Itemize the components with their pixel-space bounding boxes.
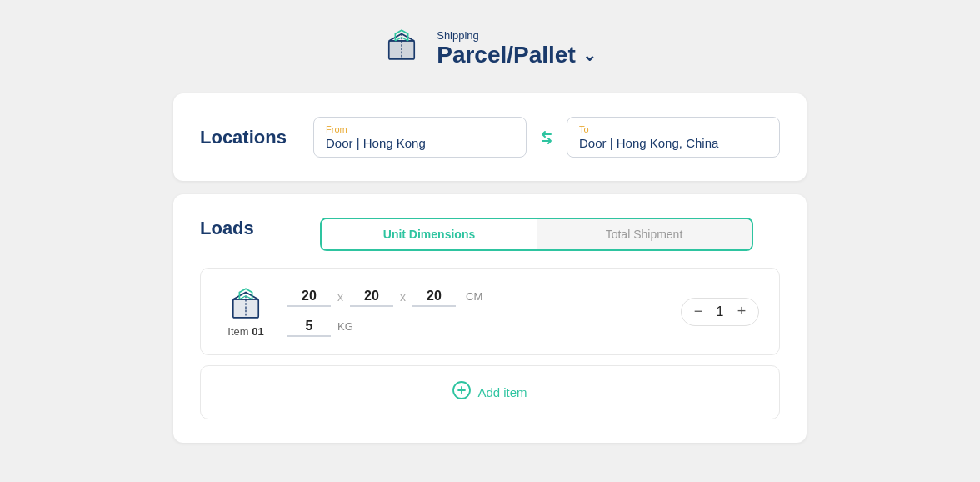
- sep-1: x: [338, 290, 343, 304]
- tab-group: Unit Dimensions Total Shipment: [320, 218, 753, 251]
- weight-input[interactable]: [288, 317, 331, 337]
- item-number: 01: [252, 325, 263, 338]
- from-input[interactable]: [326, 136, 514, 150]
- dim-unit-label: CM: [466, 290, 482, 303]
- quantity-increase-button[interactable]: +: [730, 300, 753, 324]
- from-label: From: [326, 124, 514, 134]
- locations-card: Locations From To: [173, 93, 807, 181]
- dims-row: x x CM: [288, 287, 664, 307]
- header-text: Shipping Parcel/Pallet ⌄: [437, 29, 597, 68]
- locations-title: Locations: [200, 127, 300, 148]
- from-field[interactable]: From: [313, 117, 527, 158]
- add-item-icon: [452, 381, 471, 404]
- item-card: Item 01 x x CM KG: [200, 268, 780, 355]
- header-subtitle: Shipping: [437, 29, 597, 42]
- loads-card: Loads Unit Dimensions Total Shipment: [173, 194, 807, 443]
- add-item-label: Add item: [478, 385, 527, 399]
- swap-icon[interactable]: [537, 128, 557, 148]
- quantity-decrease-button[interactable]: −: [687, 300, 710, 324]
- loads-header: Loads Unit Dimensions Total Shipment: [200, 218, 780, 251]
- add-item-card[interactable]: Add item: [200, 365, 780, 419]
- loads-title: Loads: [200, 218, 300, 239]
- to-label: To: [579, 124, 768, 134]
- quantity-control: − 1 +: [681, 298, 759, 326]
- item-dimensions: x x CM KG: [288, 287, 664, 337]
- header: Shipping Parcel/Pallet ⌄: [383, 17, 597, 80]
- weight-unit-label: KG: [338, 320, 353, 333]
- to-input[interactable]: [579, 136, 768, 150]
- item-name: Item 01: [228, 325, 263, 338]
- header-title-text: Parcel/Pallet: [437, 42, 576, 68]
- item-icon-label: Item 01: [221, 285, 271, 338]
- chevron-down-icon[interactable]: ⌄: [582, 45, 597, 65]
- dim-height-input[interactable]: [412, 287, 456, 307]
- header-title[interactable]: Parcel/Pallet ⌄: [437, 42, 597, 68]
- quantity-value: 1: [710, 304, 730, 319]
- to-field[interactable]: To: [567, 117, 780, 158]
- parcel-icon: [383, 27, 427, 70]
- dim-length-input[interactable]: [288, 287, 331, 307]
- locations-inputs: From To: [313, 117, 780, 158]
- tab-total-shipment[interactable]: Total Shipment: [537, 219, 752, 249]
- sep-2: x: [400, 290, 406, 304]
- item-box-icon: [228, 285, 264, 322]
- weight-row: KG: [288, 317, 664, 337]
- tab-unit-dimensions[interactable]: Unit Dimensions: [322, 219, 537, 249]
- dim-width-input[interactable]: [350, 287, 393, 307]
